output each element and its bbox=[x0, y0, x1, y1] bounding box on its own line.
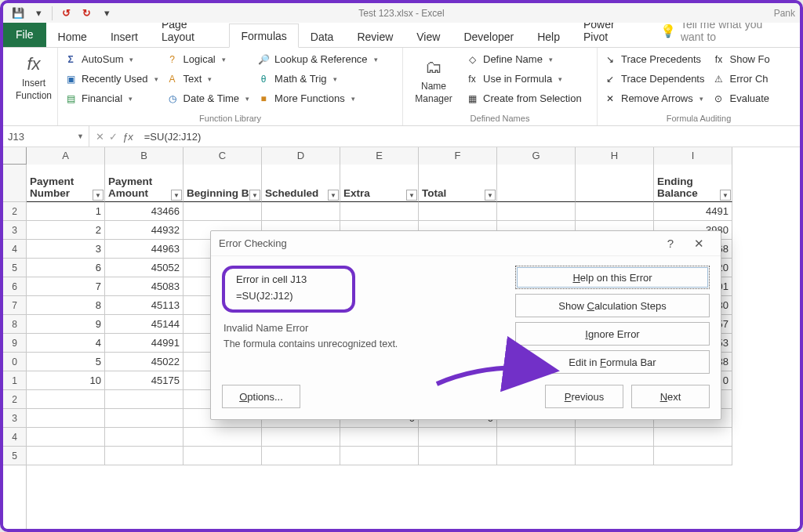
filter-icon[interactable]: ▼ bbox=[249, 190, 260, 201]
lib-0-1[interactable]: ▣Recently Used▾ bbox=[64, 71, 158, 88]
table-cell[interactable] bbox=[340, 202, 419, 221]
table-cell[interactable]: 8 bbox=[27, 296, 105, 315]
lib-0-0[interactable]: ΣAutoSum▾ bbox=[64, 51, 158, 68]
column-header[interactable]: H bbox=[576, 147, 654, 165]
tab-home[interactable]: Home bbox=[46, 24, 99, 48]
table-cell[interactable] bbox=[262, 428, 340, 447]
row-header[interactable]: 3 bbox=[3, 221, 26, 240]
table-cell[interactable] bbox=[419, 202, 497, 221]
insert-function-button[interactable]: fx Insert Function bbox=[9, 51, 58, 101]
table-cell[interactable] bbox=[27, 409, 105, 428]
filter-icon[interactable]: ▼ bbox=[93, 190, 104, 201]
row-header[interactable]: 6 bbox=[3, 277, 26, 296]
table-cell[interactable]: 44991 bbox=[105, 334, 183, 353]
table-cell[interactable]: 43466 bbox=[105, 202, 183, 221]
table-cell[interactable]: 7 bbox=[27, 277, 105, 296]
help-on-error-button[interactable]: Help on this Error bbox=[515, 266, 710, 289]
filter-icon[interactable]: ▼ bbox=[406, 190, 417, 201]
table-cell[interactable]: 4491 bbox=[654, 202, 732, 221]
filter-icon[interactable]: ▼ bbox=[485, 190, 496, 201]
tab-data[interactable]: Data bbox=[299, 24, 346, 48]
row-header[interactable]: 2 bbox=[3, 202, 26, 221]
tab-help[interactable]: Help bbox=[525, 24, 572, 48]
table-cell[interactable] bbox=[576, 447, 654, 465]
lib-2-1[interactable]: θMath & Trig▾ bbox=[257, 71, 378, 88]
table-cell[interactable] bbox=[654, 428, 732, 447]
filter-icon[interactable]: ▼ bbox=[171, 190, 182, 201]
select-all-corner[interactable] bbox=[3, 147, 27, 165]
name-manager-button[interactable]: 🗂 Name Manager bbox=[409, 51, 458, 107]
table-cell[interactable] bbox=[27, 428, 105, 447]
row-header[interactable]: 5 bbox=[3, 259, 26, 277]
lib-2-0[interactable]: 🔎Lookup & Reference▾ bbox=[257, 51, 378, 68]
column-header[interactable]: C bbox=[183, 147, 262, 165]
table-header-cell[interactable]: Extra▼ bbox=[340, 165, 419, 202]
tab-developer[interactable]: Developer bbox=[452, 24, 525, 48]
table-cell[interactable] bbox=[105, 390, 183, 409]
undo-icon[interactable]: ↻ bbox=[58, 5, 74, 21]
table-header-cell[interactable]: Ending Balance▼ bbox=[654, 165, 732, 202]
audit-2[interactable]: ✕Remove Arrows▾ bbox=[604, 90, 704, 107]
edit-in-formula-bar-button[interactable]: Edit in Formula Bar bbox=[515, 350, 710, 374]
row-header[interactable]: 7 bbox=[3, 296, 26, 315]
audit2-2[interactable]: ⊙Evaluate bbox=[712, 90, 769, 107]
filter-icon[interactable]: ▼ bbox=[328, 190, 339, 201]
names-2[interactable]: ▦Create from Selection bbox=[466, 90, 582, 107]
table-cell[interactable] bbox=[576, 428, 654, 447]
table-cell[interactable] bbox=[105, 409, 183, 428]
column-header[interactable]: A bbox=[27, 147, 105, 165]
table-cell[interactable] bbox=[419, 447, 497, 465]
column-header[interactable]: I bbox=[654, 147, 732, 165]
options-button[interactable]: Options... bbox=[222, 385, 300, 408]
table-header-cell[interactable]: Payment Number▼ bbox=[27, 165, 105, 202]
table-cell[interactable] bbox=[183, 202, 262, 221]
lib-1-2[interactable]: ◷Date & Time▾ bbox=[166, 90, 250, 107]
column-header[interactable]: G bbox=[497, 147, 576, 165]
row-header[interactable]: 3 bbox=[3, 409, 26, 428]
audit2-1[interactable]: ⚠Error Ch bbox=[712, 71, 769, 88]
tab-formulas[interactable]: Formulas bbox=[229, 24, 298, 48]
table-cell[interactable] bbox=[262, 447, 340, 465]
fx-button-icon[interactable]: ƒx bbox=[122, 131, 133, 143]
next-button[interactable]: Next bbox=[631, 385, 710, 408]
row-header[interactable]: 2 bbox=[3, 390, 26, 409]
row-header[interactable]: 5 bbox=[3, 447, 26, 465]
row-header[interactable]: 8 bbox=[3, 315, 26, 334]
qat-customize-icon[interactable]: ▾ bbox=[99, 5, 114, 21]
table-cell[interactable] bbox=[419, 428, 497, 447]
table-header-cell[interactable]: Payment Amount▼ bbox=[105, 165, 183, 202]
enter-formula-icon[interactable]: ✓ bbox=[109, 131, 118, 143]
filter-icon[interactable]: ▼ bbox=[720, 190, 731, 201]
table-cell[interactable] bbox=[340, 447, 419, 465]
table-cell[interactable]: 6 bbox=[27, 259, 105, 277]
names-0[interactable]: ◇Define Name▾ bbox=[466, 51, 582, 68]
lib-1-0[interactable]: ?Logical▾ bbox=[166, 51, 250, 68]
table-cell[interactable]: 1 bbox=[27, 202, 105, 221]
save-icon[interactable]: 💾 bbox=[10, 5, 26, 21]
column-header[interactable]: F bbox=[419, 147, 497, 165]
column-header[interactable]: D bbox=[262, 147, 340, 165]
lib-2-2[interactable]: ■More Functions▾ bbox=[257, 90, 378, 107]
table-cell[interactable]: 4 bbox=[27, 334, 105, 353]
table-header-cell[interactable] bbox=[576, 165, 654, 202]
table-cell[interactable] bbox=[183, 428, 262, 447]
table-cell[interactable] bbox=[27, 390, 105, 409]
formula-input[interactable]: =SU(J2:J12) bbox=[140, 131, 800, 143]
column-header[interactable]: E bbox=[340, 147, 419, 165]
tab-review[interactable]: Review bbox=[345, 24, 405, 48]
lib-0-2[interactable]: ▤Financial▾ bbox=[64, 90, 158, 107]
table-cell[interactable] bbox=[497, 447, 576, 465]
audit-0[interactable]: ↘Trace Precedents bbox=[604, 51, 704, 68]
audit2-0[interactable]: fxShow Fo bbox=[712, 51, 769, 68]
redo-icon[interactable]: ↻ bbox=[78, 5, 94, 21]
table-cell[interactable] bbox=[654, 447, 732, 465]
table-cell[interactable] bbox=[497, 428, 576, 447]
previous-button[interactable]: Previous bbox=[545, 385, 623, 408]
table-cell[interactable]: 5 bbox=[27, 353, 105, 371]
lib-1-1[interactable]: AText▾ bbox=[166, 71, 250, 88]
table-cell[interactable]: 45083 bbox=[105, 277, 183, 296]
tab-insert[interactable]: Insert bbox=[99, 24, 150, 48]
table-cell[interactable]: 45022 bbox=[105, 353, 183, 371]
table-cell[interactable] bbox=[262, 202, 340, 221]
help-icon[interactable]: ? bbox=[656, 237, 685, 250]
